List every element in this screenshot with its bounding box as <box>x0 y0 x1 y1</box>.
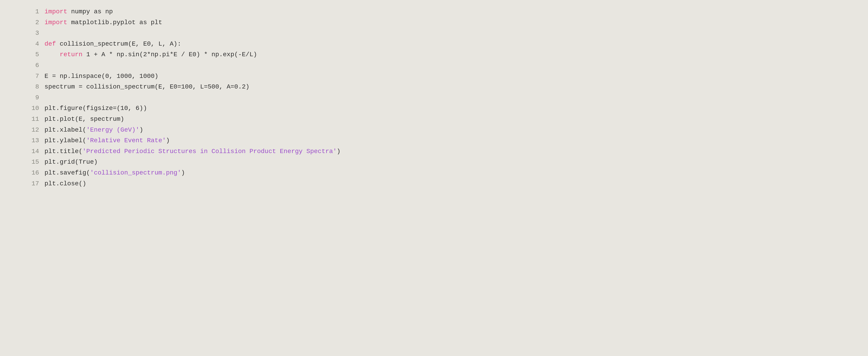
table-row: 12plt.xlabel('Energy (GeV)') <box>2 125 864 135</box>
code-table: 1import numpy as np2import matplotlib.py… <box>2 6 864 189</box>
line-content: plt.figure(figsize=(10, 6)) <box>44 103 864 114</box>
line-content: E = np.linspace(0, 1000, 1000) <box>44 71 864 82</box>
line-number: 15 <box>2 157 44 167</box>
table-row: 5 return 1 + A * np.sin(2*np.pi*E / E0) … <box>2 49 864 60</box>
table-row: 16plt.savefig('collision_spectrum.png') <box>2 167 864 179</box>
code-token: plt.close() <box>44 180 86 187</box>
table-row: 10plt.figure(figsize=(10, 6)) <box>2 103 864 114</box>
line-content: return 1 + A * np.sin(2*np.pi*E / E0) * … <box>44 49 864 60</box>
table-row: 13plt.ylabel('Relative Event Rate') <box>2 135 864 146</box>
code-token: plt.xlabel( <box>44 126 86 133</box>
line-content <box>44 60 864 71</box>
line-number: 11 <box>2 114 44 125</box>
code-token: ) <box>140 126 143 133</box>
code-token: E = np.linspace(0, 1000, 1000) <box>44 73 158 80</box>
code-token: plt.savefig( <box>44 169 90 176</box>
code-token: 'Relative Event Rate' <box>86 137 166 144</box>
table-row: 7E = np.linspace(0, 1000, 1000) <box>2 71 864 82</box>
line-number: 4 <box>2 39 44 50</box>
line-number: 13 <box>2 135 44 146</box>
code-token: plt.title( <box>44 148 83 155</box>
code-token: return <box>60 51 83 58</box>
code-token: 'Predicted Periodic Structures in Collis… <box>83 148 337 155</box>
line-number: 10 <box>2 103 44 114</box>
code-token: ) <box>181 169 185 176</box>
code-editor: 1import numpy as np2import matplotlib.py… <box>0 0 868 356</box>
code-token <box>44 51 60 58</box>
line-content: plt.close() <box>44 179 864 189</box>
line-content: def collision_spectrum(E, E0, L, A): <box>44 39 864 50</box>
line-content: spectrum = collision_spectrum(E, E0=100,… <box>44 82 864 92</box>
code-token: ) <box>337 148 341 155</box>
table-row: 9 <box>2 92 864 103</box>
table-row: 8spectrum = collision_spectrum(E, E0=100… <box>2 82 864 92</box>
line-content <box>44 28 864 39</box>
code-token: numpy as np <box>67 8 113 15</box>
table-row: 1import numpy as np <box>2 6 864 17</box>
line-number: 7 <box>2 71 44 82</box>
code-token: import <box>44 8 67 15</box>
line-number: 17 <box>2 179 44 189</box>
line-number: 8 <box>2 82 44 92</box>
line-number: 9 <box>2 92 44 103</box>
code-token: 1 + A * np.sin(2*np.pi*E / E0) * np.exp(… <box>83 51 257 58</box>
table-row: 4def collision_spectrum(E, E0, L, A): <box>2 39 864 50</box>
code-token: spectrum = collision_spectrum(E, E0=100,… <box>44 83 249 90</box>
line-number: 16 <box>2 167 44 179</box>
line-content: import matplotlib.pyplot as plt <box>44 17 864 28</box>
line-content: plt.grid(True) <box>44 157 864 167</box>
table-row: 11plt.plot(E, spectrum) <box>2 114 864 125</box>
code-token: ) <box>166 137 170 144</box>
table-row: 15plt.grid(True) <box>2 157 864 167</box>
code-token: plt.ylabel( <box>44 137 86 144</box>
table-row: 6 <box>2 60 864 71</box>
line-content: plt.xlabel('Energy (GeV)') <box>44 125 864 135</box>
code-token: collision_spectrum(E, E0, L, A): <box>56 40 181 47</box>
line-content: plt.savefig('collision_spectrum.png') <box>44 167 864 179</box>
line-number: 14 <box>2 146 44 157</box>
line-content: import numpy as np <box>44 6 864 17</box>
code-token: plt.figure(figsize=(10, 6)) <box>44 105 147 112</box>
line-content: plt.ylabel('Relative Event Rate') <box>44 135 864 146</box>
line-content: plt.plot(E, spectrum) <box>44 114 864 125</box>
line-number: 3 <box>2 28 44 39</box>
line-number: 6 <box>2 60 44 71</box>
line-number: 2 <box>2 17 44 28</box>
line-number: 12 <box>2 125 44 135</box>
code-token: def <box>44 40 56 47</box>
code-token: plt.grid(True) <box>44 159 98 165</box>
table-row: 17plt.close() <box>2 179 864 189</box>
code-token: plt.plot(E, spectrum) <box>44 116 124 123</box>
line-content: plt.title('Predicted Periodic Structures… <box>44 146 864 157</box>
line-content <box>44 92 864 103</box>
code-token: 'collision_spectrum.png' <box>90 169 181 176</box>
code-token: matplotlib.pyplot as plt <box>67 19 162 26</box>
code-token: import <box>44 19 67 26</box>
line-number: 1 <box>2 6 44 17</box>
code-token: 'Energy (GeV)' <box>86 126 140 133</box>
line-number: 5 <box>2 49 44 60</box>
table-row: 14plt.title('Predicted Periodic Structur… <box>2 146 864 157</box>
table-row: 2import matplotlib.pyplot as plt <box>2 17 864 28</box>
table-row: 3 <box>2 28 864 39</box>
